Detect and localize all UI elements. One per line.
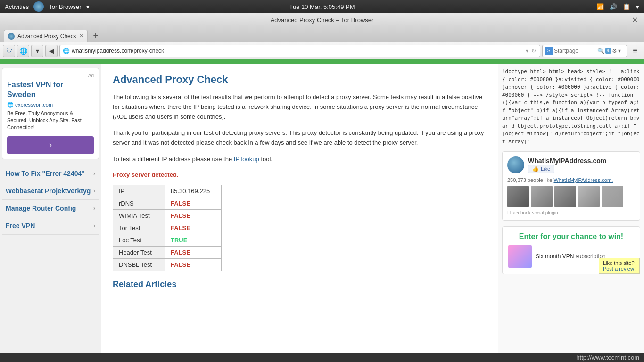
tooltip-post-link[interactable]: Post a review! — [603, 266, 636, 272]
search-submit-icon[interactable]: 🔍 — [597, 48, 604, 54]
shield-button[interactable]: 🛡 — [3, 45, 15, 57]
url-lock-icon: 🌐 — [63, 48, 70, 54]
tab-label: Advanced Proxy Check — [17, 33, 76, 40]
ad-label: Ad — [7, 73, 94, 78]
fb-logo-icon — [507, 156, 524, 173]
browser-menu-button[interactable]: ≡ — [629, 45, 641, 57]
proxy-detected-label: Proxy server detected. — [113, 171, 487, 178]
fb-avatars — [507, 186, 635, 207]
table-value-1: FALSE — [165, 197, 222, 209]
table-label-0: IP — [113, 185, 165, 197]
proxy-results-table: IP85.30.169.225rDNSFALSEWIMIA TestFALSET… — [113, 185, 222, 271]
sidebar-arrow-icon-1: › — [93, 188, 95, 194]
dropdown-icon[interactable]: ▾ — [636, 3, 639, 10]
search-bar-container: S 🔍 4 ⚙ ▾ — [542, 45, 627, 57]
ad-cta-button[interactable]: › — [7, 136, 94, 154]
page-description-2: Thank you for participating in our test … — [113, 128, 487, 148]
wifi-icon: 📶 — [596, 3, 604, 10]
new-tab-button[interactable]: + — [90, 30, 102, 42]
fb-icon: f — [507, 210, 509, 215]
sidebar-item-label-0: How To Fix "Error 42404" — [6, 170, 85, 177]
browser-dropdown-icon[interactable]: ▾ — [86, 3, 90, 10]
table-label-5: Header Test — [113, 246, 165, 258]
sidebar-item-label-3: Free VPN — [6, 222, 35, 230]
search-engine-icon: S — [545, 47, 553, 55]
fb-avatar-1 — [507, 186, 529, 207]
ip-lookup-text: To test a different IP address please us… — [113, 155, 487, 165]
table-label-3: Tor Test — [113, 222, 165, 234]
clipboard-icon: 📋 — [623, 3, 630, 10]
page-title: Advanced Proxy Check — [113, 74, 487, 86]
browser-content: Ad Fastest VPN for Sweden 🌐 expressvpn.c… — [0, 64, 644, 353]
tor-network-button[interactable]: 🌐 — [17, 45, 29, 57]
fb-like-count: 250,373 people like WhatIsMyIPAddress.co… — [507, 177, 635, 183]
fb-widget-header: WhatIsMyIPAddress.com 👍 Like — [507, 156, 635, 173]
dropdown-btn[interactable]: ▾ — [31, 45, 43, 57]
sidebar-item-3[interactable]: Free VPN › — [2, 217, 99, 235]
table-label-1: rDNS — [113, 197, 165, 209]
browser-navbar: 🛡 🌐 ▾ ◀ 🌐 ▾ ↻ S 🔍 4 ⚙ ▾ ≡ — [0, 42, 644, 59]
fb-avatar-5 — [602, 186, 623, 207]
watermark-text: http://www.tecmint.com — [576, 354, 639, 361]
fb-avatar-2 — [531, 186, 553, 207]
browser-label[interactable]: Tor Browser — [49, 3, 81, 10]
sidebar-item-label-1: Webbaserat Projektverktyg — [6, 187, 91, 195]
fb-avatar-3 — [554, 186, 576, 207]
table-row: Tor TestFALSE — [113, 222, 222, 234]
ad-box: Ad Fastest VPN for Sweden 🌐 expressvpn.c… — [2, 68, 99, 159]
fb-avatar-4 — [578, 186, 600, 207]
os-topbar: Activities Tor Browser ▾ Tue 10 Mar, 5:0… — [0, 0, 644, 13]
url-bar-input[interactable] — [72, 48, 523, 54]
search-settings-icon[interactable]: ⚙ — [612, 48, 617, 54]
ad-domain: 🌐 expressvpn.com — [7, 102, 94, 108]
sidebar-item-1[interactable]: Webbaserat Projektverktyg › — [2, 182, 99, 200]
sidebar-item-0[interactable]: How To Fix "Error 42404" › — [2, 165, 99, 182]
activities-label[interactable]: Activities — [5, 3, 29, 10]
os-datetime: Tue 10 Mar, 5:05:49 PM — [289, 3, 355, 10]
fb-like-link[interactable]: WhatIsMyIPAddress.com. — [553, 177, 613, 183]
url-refresh-icon[interactable]: ↻ — [530, 48, 537, 54]
sidebar-arrow-icon-2: › — [93, 205, 95, 212]
content-wrapper: Ad Fastest VPN for Sweden 🌐 expressvpn.c… — [0, 59, 644, 353]
browser-title: Advanced Proxy Check – Tor Browser — [271, 16, 374, 24]
tab-favicon-icon — [8, 33, 15, 40]
table-row: WIMIA TestFALSE — [113, 209, 222, 222]
main-content: Advanced Proxy Check The following lists… — [101, 64, 498, 353]
sidebar-arrow-icon-3: › — [93, 222, 95, 229]
green-banner — [0, 59, 644, 64]
browser-statusbar: http://www.tecmint.com — [0, 353, 644, 362]
url-dropdown-icon[interactable]: ▾ — [525, 48, 529, 54]
table-label-6: DNSBL Test — [113, 258, 165, 271]
active-tab[interactable]: Advanced Proxy Check ✕ — [4, 30, 88, 42]
search-dropdown-icon[interactable]: ▾ — [618, 48, 621, 54]
table-row: IP85.30.169.225 — [113, 185, 222, 197]
ad-description: Be Free, Truly Anonymous & Secured. Unbl… — [7, 110, 94, 132]
close-button[interactable]: ✕ — [630, 16, 639, 25]
ad-title: Fastest VPN for Sweden — [7, 80, 94, 100]
back-button[interactable]: ◀ — [45, 45, 58, 57]
sidebar-item-label-2: Manage Router Config — [6, 205, 76, 212]
browser-tabs: Advanced Proxy Check ✕ + — [0, 27, 644, 42]
table-value-4: TRUE — [165, 234, 222, 246]
search-input[interactable] — [554, 48, 596, 54]
ip-lookup-link[interactable]: IP lookup — [234, 156, 259, 163]
table-value-0: 85.30.169.225 — [165, 185, 222, 197]
code-block: !doctype html> html> head> style> !-- a:… — [502, 68, 640, 146]
sidebar-arrow-icon-0: › — [93, 170, 95, 177]
fb-plugin-label: f Facebook social plugin — [507, 210, 635, 215]
fb-like-button[interactable]: 👍 Like — [528, 165, 554, 173]
page-description-1: The following lists several of the test … — [113, 92, 487, 122]
search-badge: 4 — [605, 48, 611, 54]
related-articles-heading: Related Articles — [113, 280, 487, 289]
table-value-2: FALSE — [165, 209, 222, 222]
tab-close-icon[interactable]: ✕ — [79, 33, 83, 39]
win-promo-title: Enter for your chance to win! — [508, 232, 634, 241]
table-value-5: FALSE — [165, 246, 222, 258]
table-value-3: FALSE — [165, 222, 222, 234]
promo-image — [508, 245, 532, 268]
right-sidebar: !doctype html> html> head> style> !-- a:… — [498, 64, 644, 353]
fb-thumb-icon: 👍 — [532, 166, 539, 172]
volume-icon: 🔊 — [610, 3, 617, 10]
sidebar-item-2[interactable]: Manage Router Config › — [2, 200, 99, 217]
tor-logo-icon — [33, 1, 44, 12]
